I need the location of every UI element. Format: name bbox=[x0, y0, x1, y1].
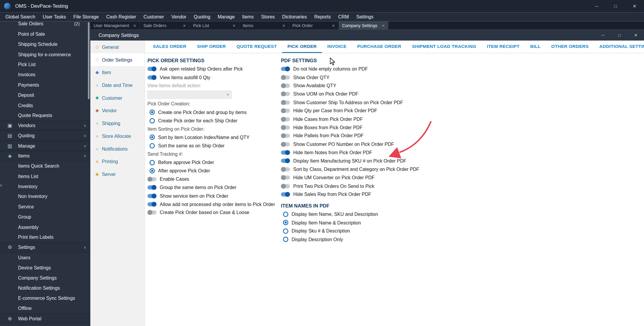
panel-minimize-button[interactable]: ─ bbox=[595, 29, 611, 40]
settings-nav-item[interactable]: ≈ Shipping bbox=[90, 117, 145, 130]
sidebar-item[interactable]: Credits bbox=[0, 100, 90, 110]
sidebar-item[interactable]: ▣ Vendors ∨ bbox=[0, 121, 90, 131]
sidebar-item[interactable]: Group bbox=[0, 212, 90, 222]
menu-item[interactable]: Customer bbox=[140, 14, 168, 19]
settings-nav-item[interactable]: ◇ Order Settings bbox=[90, 53, 145, 66]
order-type-tab[interactable]: INVOICE bbox=[322, 40, 352, 53]
toggle-switch[interactable] bbox=[148, 177, 157, 181]
sidebar-item[interactable]: Shipping for e-commerce bbox=[0, 49, 90, 60]
settings-nav-item[interactable]: ◆ Vendor bbox=[90, 104, 145, 117]
menu-item[interactable]: Global Search bbox=[2, 14, 39, 19]
settings-nav-item[interactable]: ◆ Customer bbox=[90, 91, 145, 104]
sidebar-item[interactable]: Items List bbox=[0, 171, 90, 181]
radio-button[interactable] bbox=[283, 237, 288, 242]
sidebar-item[interactable]: ⊕ Web Portal bbox=[0, 313, 90, 324]
sidebar-item[interactable]: Device Settings bbox=[0, 263, 90, 273]
sidebar-item[interactable]: Inventory bbox=[0, 181, 90, 191]
panel-maximize-button[interactable]: □ bbox=[611, 29, 628, 40]
settings-nav-item[interactable]: ≈ Date and Time bbox=[90, 79, 145, 91]
sidebar-item[interactable]: Payments bbox=[0, 80, 90, 90]
radio-button[interactable] bbox=[149, 160, 155, 165]
toggle-switch[interactable] bbox=[148, 194, 157, 198]
sidebar-item[interactable]: Assembly bbox=[0, 222, 90, 232]
sidebar-item[interactable]: Notification Settings bbox=[0, 283, 90, 293]
toggle-switch[interactable] bbox=[281, 192, 290, 196]
settings-nav-item[interactable]: ◆ Item bbox=[90, 66, 145, 79]
view-items-default-action-select[interactable]: ▾ bbox=[148, 91, 232, 99]
settings-nav-item[interactable]: ≈ Notifications bbox=[90, 142, 145, 155]
menu-item[interactable]: Dictionaries bbox=[278, 14, 311, 19]
toggle-switch[interactable] bbox=[281, 100, 290, 104]
settings-nav-item[interactable]: ◇ General bbox=[90, 40, 145, 53]
radio-button[interactable] bbox=[149, 168, 155, 174]
order-type-tab[interactable]: ADDITIONAL SETTINGS bbox=[594, 40, 644, 53]
toggle-switch[interactable] bbox=[281, 176, 290, 180]
sidebar-item[interactable]: Print Item Labels bbox=[0, 232, 90, 242]
toggle-switch[interactable] bbox=[281, 117, 290, 121]
document-tab[interactable]: Sale Orders ✕ bbox=[140, 21, 190, 30]
radio-button[interactable] bbox=[149, 110, 155, 115]
toggle-switch[interactable] bbox=[148, 202, 157, 206]
toggle-switch[interactable] bbox=[281, 125, 290, 130]
toggle-switch[interactable] bbox=[281, 84, 290, 88]
menu-item[interactable]: Stores bbox=[257, 14, 278, 19]
document-tab[interactable]: Pick List ✕ bbox=[190, 21, 239, 30]
sidebar-item[interactable]: Users bbox=[0, 252, 90, 263]
settings-nav-item[interactable]: ≈ Store Allocate bbox=[90, 130, 145, 142]
order-type-tab[interactable]: QUOTE REQUEST bbox=[231, 40, 282, 53]
minimize-button[interactable]: ─ bbox=[587, 0, 606, 12]
menu-item[interactable]: User Tasks bbox=[39, 14, 70, 19]
order-type-tab[interactable]: SHIPMENT LOAD TRACKING bbox=[407, 40, 482, 53]
menu-item[interactable]: Cash Register bbox=[103, 14, 140, 19]
menu-item[interactable]: Vendor bbox=[168, 14, 190, 19]
radio-button[interactable] bbox=[283, 228, 288, 234]
sidebar-scrollbar[interactable] bbox=[88, 22, 90, 99]
sidebar-item[interactable]: Deposit bbox=[0, 90, 90, 100]
close-tab-icon[interactable]: ✕ bbox=[332, 23, 335, 28]
close-tab-icon[interactable]: ✕ bbox=[382, 23, 385, 28]
sidebar-item[interactable]: Offline bbox=[0, 303, 90, 313]
order-type-tab[interactable]: SHIP ORDER bbox=[192, 40, 231, 53]
toggle-switch[interactable] bbox=[148, 67, 157, 71]
close-tab-icon[interactable]: ✕ bbox=[183, 23, 186, 28]
close-tab-icon[interactable]: ✕ bbox=[133, 23, 136, 28]
toggle-switch[interactable] bbox=[281, 67, 290, 71]
sidebar-item[interactable]: ◈ Items ∧ bbox=[0, 151, 90, 161]
order-type-tab[interactable]: PURCHASE ORDER bbox=[352, 40, 407, 53]
menu-item[interactable]: CRM bbox=[335, 14, 353, 19]
document-tab[interactable]: Items ✕ bbox=[239, 21, 289, 30]
order-type-tab[interactable]: PICK ORDER bbox=[282, 40, 322, 53]
menu-item[interactable]: Settings bbox=[353, 14, 377, 19]
toggle-switch[interactable] bbox=[281, 92, 290, 96]
sidebar-item[interactable]: ▤ Quoting ∨ bbox=[0, 131, 90, 141]
sidebar-item[interactable]: Shipping Schedule bbox=[0, 39, 90, 49]
toggle-switch[interactable] bbox=[281, 109, 290, 113]
radio-button[interactable] bbox=[149, 135, 155, 140]
toggle-switch[interactable] bbox=[281, 159, 290, 163]
settings-nav-item[interactable]: ◆ Server bbox=[90, 168, 145, 180]
toggle-switch[interactable] bbox=[281, 142, 290, 146]
sidebar-item[interactable]: Company Settings bbox=[0, 273, 90, 283]
toggle-switch[interactable] bbox=[281, 75, 290, 79]
toggle-switch[interactable] bbox=[281, 184, 290, 188]
toggle-switch[interactable] bbox=[148, 185, 157, 190]
sidebar-item[interactable]: Items Quick Search bbox=[0, 161, 90, 171]
toggle-switch[interactable] bbox=[148, 210, 157, 215]
sidebar-item[interactable]: Sale Orders (2) bbox=[0, 21, 90, 29]
order-type-tab[interactable]: BILL bbox=[525, 40, 546, 53]
radio-button[interactable] bbox=[283, 212, 288, 217]
sidebar-item[interactable]: ▥ Manage ∨ bbox=[0, 141, 90, 151]
document-tab[interactable]: Company Settings ✕ bbox=[339, 21, 388, 30]
close-button[interactable]: ✕ bbox=[625, 0, 644, 12]
toggle-switch[interactable] bbox=[148, 75, 157, 79]
settings-nav-item[interactable]: ≡ Printing bbox=[90, 155, 145, 168]
menu-item[interactable]: Manage bbox=[214, 14, 239, 19]
toggle-switch[interactable] bbox=[281, 134, 290, 138]
panel-close-button[interactable]: ✕ bbox=[628, 29, 644, 40]
document-tab[interactable]: Pick Order ✕ bbox=[289, 21, 339, 30]
sidebar-item[interactable]: Invoices bbox=[0, 70, 90, 80]
menu-item[interactable]: Reports bbox=[310, 14, 334, 19]
menu-item[interactable]: Items bbox=[239, 14, 258, 19]
sidebar-item[interactable]: Point of Sale bbox=[0, 29, 90, 39]
order-type-tab[interactable]: SALES ORDER bbox=[148, 40, 192, 53]
